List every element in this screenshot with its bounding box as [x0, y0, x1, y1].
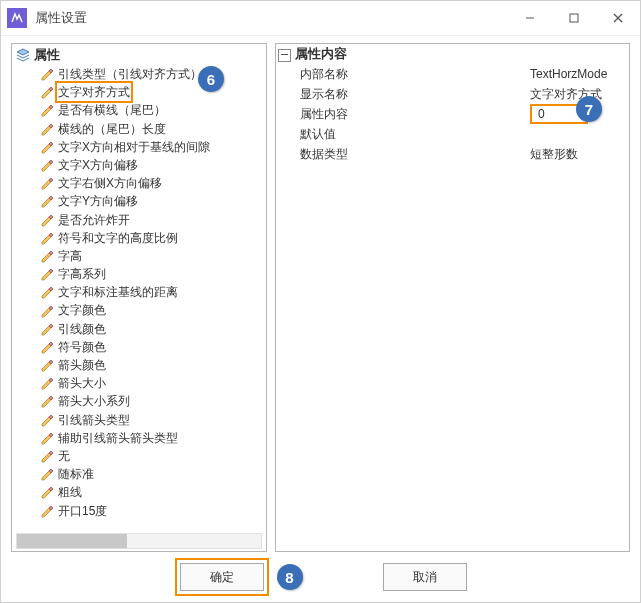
titlebar: 属性设置 [1, 1, 640, 36]
edit-pencil-icon [40, 304, 56, 318]
window: 属性设置 属性 引线类型（引线对齐方式）文字对齐方式是否有横线（尾巴）横线的（尾… [0, 0, 641, 603]
stack-icon [16, 48, 30, 62]
scrollbar-thumb[interactable] [17, 534, 127, 548]
cancel-button-label: 取消 [413, 569, 437, 586]
tree-item[interactable]: 引线颜色 [40, 320, 266, 338]
tree-item[interactable]: 箭头大小系列 [40, 392, 266, 410]
edit-pencil-icon [40, 213, 56, 227]
edit-pencil-icon [40, 467, 56, 481]
ok-button-label: 确定 [210, 569, 234, 586]
edit-pencil-icon [40, 122, 56, 136]
tree-root[interactable]: 属性 [12, 44, 266, 65]
edit-pencil-icon [40, 158, 56, 172]
close-button[interactable] [596, 1, 640, 35]
tree-item-label: 箭头大小系列 [58, 392, 130, 410]
tree-item-label: 文字和标注基线的距离 [58, 283, 178, 301]
horizontal-scrollbar[interactable] [16, 533, 262, 549]
tree-item-label: 文字Y方向偏移 [58, 192, 138, 210]
ok-button-wrap: 确定 8 [175, 558, 303, 596]
tree-item-label: 辅助引线箭头箭头类型 [58, 429, 178, 447]
details-key: 默认值 [296, 126, 528, 143]
tree-item[interactable]: 辅助引线箭头箭头类型 [40, 429, 266, 447]
tree-item-label: 引线颜色 [58, 320, 106, 338]
tree-item[interactable]: 引线箭头类型 [40, 411, 266, 429]
tree-item[interactable]: 是否有横线（尾巴） [40, 101, 266, 119]
tree-item[interactable]: 无 [40, 447, 266, 465]
edit-pencil-icon [40, 394, 56, 408]
edit-pencil-icon [40, 376, 56, 390]
tree-item-label: 符号和文字的高度比例 [58, 229, 178, 247]
property-details-panel: 属性内容 内部名称TextHorzMode显示名称文字对齐方式属性内容0默认值数… [275, 43, 630, 552]
tree-item-label: 横线的（尾巴）长度 [58, 120, 166, 138]
tree-root-label: 属性 [34, 46, 60, 64]
edit-pencil-icon [40, 358, 56, 372]
ok-button[interactable]: 确定 [180, 563, 264, 591]
tree-item-label: 箭头大小 [58, 374, 106, 392]
tree-item[interactable]: 文字Y方向偏移 [40, 192, 266, 210]
tree-item-label: 随标准 [58, 465, 94, 483]
tree-item-label: 箭头颜色 [58, 356, 106, 374]
tree-list: 引线类型（引线对齐方式）文字对齐方式是否有横线（尾巴）横线的（尾巴）长度文字X方… [12, 65, 266, 520]
tree-item[interactable]: 文字颜色 [40, 301, 266, 319]
details-row: 数据类型短整形数 [296, 144, 629, 164]
details-row: 默认值 [296, 124, 629, 144]
edit-pencil-icon [40, 103, 56, 117]
edit-pencil-icon [40, 485, 56, 499]
details-key: 数据类型 [296, 146, 528, 163]
tree-item[interactable]: 文字X方向相对于基线的间隙 [40, 138, 266, 156]
tree-item[interactable]: 符号和文字的高度比例 [40, 229, 266, 247]
tree-item-label: 引线箭头类型 [58, 411, 130, 429]
tree-item[interactable]: 字高 [40, 247, 266, 265]
minimize-button[interactable] [508, 1, 552, 35]
edit-pencil-icon [40, 267, 56, 281]
edit-pencil-icon [40, 85, 56, 99]
details-key: 显示名称 [296, 86, 528, 103]
tree-item[interactable]: 箭头颜色 [40, 356, 266, 374]
window-title: 属性设置 [35, 9, 87, 27]
tree-item[interactable]: 文字对齐方式 [40, 83, 266, 101]
tree-item-label: 无 [58, 447, 70, 465]
details-value[interactable]: 短整形数 [528, 146, 629, 163]
details-value[interactable]: TextHorzMode [528, 67, 629, 81]
tree-item[interactable]: 字高系列 [40, 265, 266, 283]
details-header-label: 属性内容 [295, 45, 347, 63]
tree-item-label: 开口15度 [58, 502, 107, 520]
tree-item[interactable]: 是否允许炸开 [40, 211, 266, 229]
svg-rect-1 [570, 14, 578, 22]
tree-item[interactable]: 文字X方向偏移 [40, 156, 266, 174]
tree-item[interactable]: 随标准 [40, 465, 266, 483]
maximize-button[interactable] [552, 1, 596, 35]
tree-item-label: 是否有横线（尾巴） [58, 101, 166, 119]
ok-button-highlight: 确定 [175, 558, 269, 596]
tree-item[interactable]: 箭头大小 [40, 374, 266, 392]
edit-pencil-icon [40, 431, 56, 445]
tree-item-label: 字高 [58, 247, 82, 265]
collapse-icon[interactable] [278, 49, 291, 62]
tree-item-label: 是否允许炸开 [58, 211, 130, 229]
tree-item-label: 文字颜色 [58, 301, 106, 319]
tree-item[interactable]: 横线的（尾巴）长度 [40, 120, 266, 138]
edit-pencil-icon [40, 231, 56, 245]
tree-item-label: 文字对齐方式 [55, 81, 133, 103]
tree-item-label: 文字右侧X方向偏移 [58, 174, 162, 192]
edit-pencil-icon [40, 176, 56, 190]
tree-item-label: 文字X方向相对于基线的间隙 [58, 138, 210, 156]
tree-item-label: 字高系列 [58, 265, 106, 283]
edit-pencil-icon [40, 322, 56, 336]
edit-pencil-icon [40, 67, 56, 81]
tree-item-label: 文字X方向偏移 [58, 156, 138, 174]
tree-item[interactable]: 文字和标注基线的距离 [40, 283, 266, 301]
tree-item[interactable]: 开口15度 [40, 502, 266, 520]
edit-pencil-icon [40, 449, 56, 463]
cancel-button[interactable]: 取消 [383, 563, 467, 591]
annotation-badge-6: 6 [198, 66, 224, 92]
details-header-row: 属性内容 [276, 44, 629, 64]
tree-item[interactable]: 粗线 [40, 483, 266, 501]
edit-pencil-icon [40, 413, 56, 427]
tree-item[interactable]: 符号颜色 [40, 338, 266, 356]
edit-pencil-icon [40, 249, 56, 263]
details-key: 内部名称 [296, 66, 528, 83]
body: 属性 引线类型（引线对齐方式）文字对齐方式是否有横线（尾巴）横线的（尾巴）长度文… [11, 43, 630, 552]
edit-pencil-icon [40, 340, 56, 354]
tree-item[interactable]: 文字右侧X方向偏移 [40, 174, 266, 192]
